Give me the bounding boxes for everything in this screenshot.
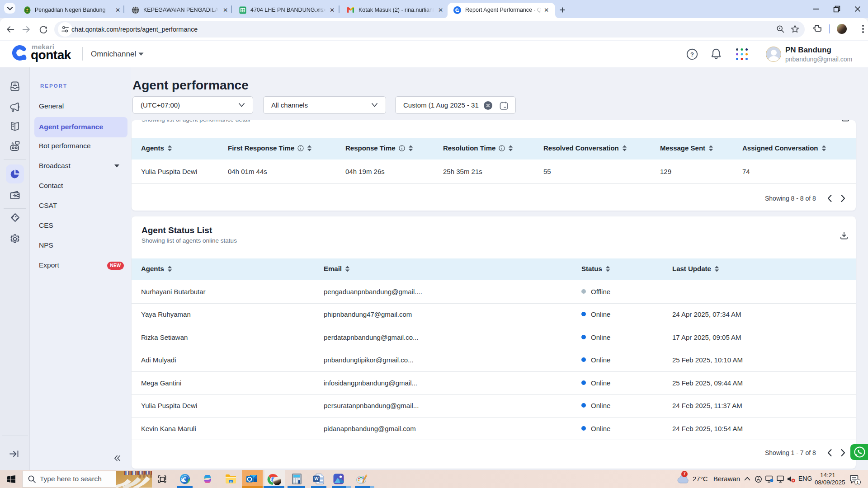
svg-text:W: W (314, 476, 319, 481)
svg-text:?: ? (690, 51, 694, 58)
